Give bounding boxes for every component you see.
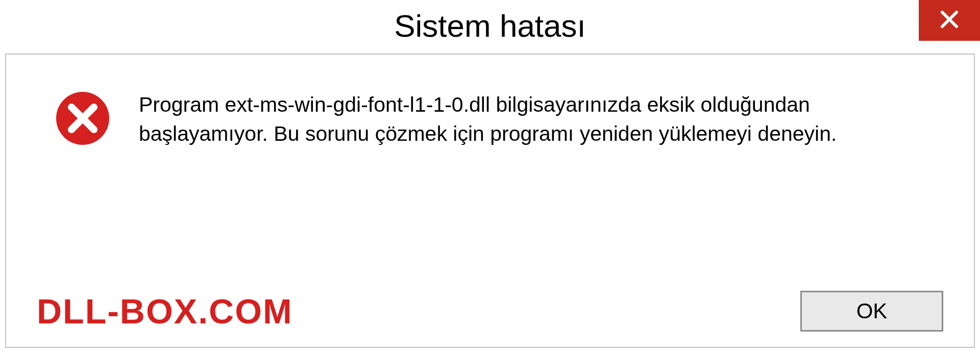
ok-button[interactable]: OK [800,291,943,332]
message-area: Program ext-ms-win-gdi-font-l1-1-0.dll b… [6,55,974,169]
dialog-title: Sistem hatası [394,8,586,44]
error-icon [55,90,111,148]
ok-button-label: OK [856,299,888,323]
titlebar: Sistem hatası [0,0,980,51]
watermark-text: DLL-BOX.COM [37,291,293,331]
close-icon [939,9,960,32]
dialog-footer: DLL-BOX.COM OK [37,291,943,332]
error-message-text: Program ext-ms-win-gdi-font-l1-1-0.dll b… [139,90,943,149]
dialog-body: Program ext-ms-win-gdi-font-l1-1-0.dll b… [5,54,975,348]
close-button[interactable] [919,0,980,41]
